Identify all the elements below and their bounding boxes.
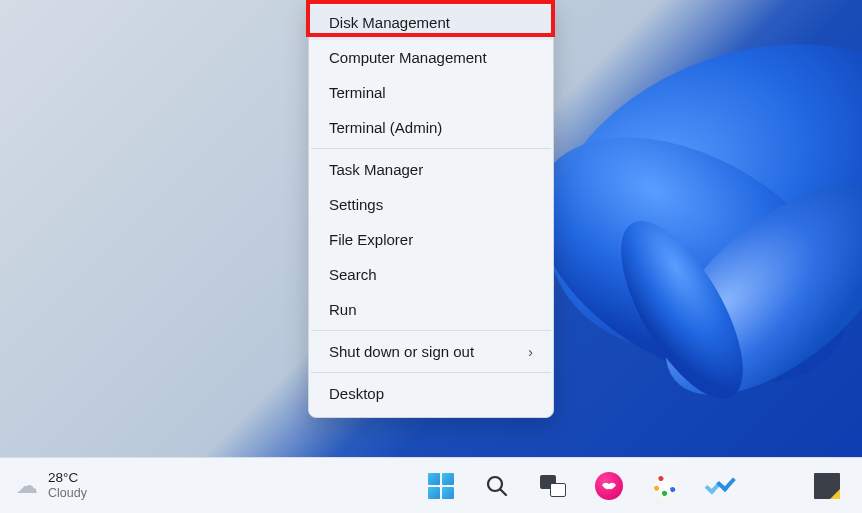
weather-widget[interactable]: ☁ 28°C Cloudy: [8, 468, 95, 503]
taskbar-center-icons: [420, 465, 742, 507]
menu-item-task-manager[interactable]: Task Manager: [309, 152, 553, 187]
menu-item-shut-down-sign-out[interactable]: Shut down or sign out ›: [309, 334, 553, 369]
palette-icon: [646, 467, 683, 504]
weather-condition: Cloudy: [48, 486, 87, 501]
menu-item-label: Disk Management: [329, 14, 450, 31]
menu-item-file-explorer[interactable]: File Explorer: [309, 222, 553, 257]
search-icon: [485, 474, 509, 498]
menu-item-label: Search: [329, 266, 377, 283]
menu-item-disk-management[interactable]: Disk Management: [309, 5, 553, 40]
svg-line-1: [501, 489, 507, 495]
menu-item-label: Run: [329, 301, 357, 318]
menu-item-label: Shut down or sign out: [329, 343, 474, 360]
sticky-note-icon: [814, 473, 840, 499]
menu-item-label: Task Manager: [329, 161, 423, 178]
menu-separator: [311, 330, 551, 331]
menu-separator: [311, 372, 551, 373]
cloud-icon: ☁: [16, 473, 38, 499]
windows-logo-icon: [428, 473, 454, 499]
menu-item-terminal-admin[interactable]: Terminal (Admin): [309, 110, 553, 145]
menu-item-desktop[interactable]: Desktop: [309, 376, 553, 411]
menu-item-label: File Explorer: [329, 231, 413, 248]
double-check-icon: [706, 476, 736, 496]
app-todo[interactable]: [700, 465, 742, 507]
search-button[interactable]: [476, 465, 518, 507]
winx-power-menu: Disk Management Computer Management Term…: [308, 0, 554, 418]
taskbar: ☁ 28°C Cloudy: [0, 457, 862, 513]
desktop-wallpaper[interactable]: Disk Management Computer Management Term…: [0, 0, 862, 457]
menu-item-search[interactable]: Search: [309, 257, 553, 292]
weather-temperature: 28°C: [48, 470, 87, 486]
lips-icon: [595, 472, 623, 500]
start-button[interactable]: [420, 465, 462, 507]
task-view-button[interactable]: [532, 465, 574, 507]
menu-separator: [311, 148, 551, 149]
menu-item-label: Settings: [329, 196, 383, 213]
app-lips[interactable]: [588, 465, 630, 507]
menu-item-computer-management[interactable]: Computer Management: [309, 40, 553, 75]
menu-item-label: Desktop: [329, 385, 384, 402]
task-view-icon: [540, 475, 566, 497]
app-paint[interactable]: [644, 465, 686, 507]
menu-item-run[interactable]: Run: [309, 292, 553, 327]
menu-item-settings[interactable]: Settings: [309, 187, 553, 222]
menu-item-label: Computer Management: [329, 49, 487, 66]
menu-item-terminal[interactable]: Terminal: [309, 75, 553, 110]
menu-item-label: Terminal: [329, 84, 386, 101]
taskbar-right: [806, 465, 848, 507]
chevron-right-icon: ›: [528, 344, 533, 360]
app-sticky-notes[interactable]: [806, 465, 848, 507]
menu-item-label: Terminal (Admin): [329, 119, 442, 136]
